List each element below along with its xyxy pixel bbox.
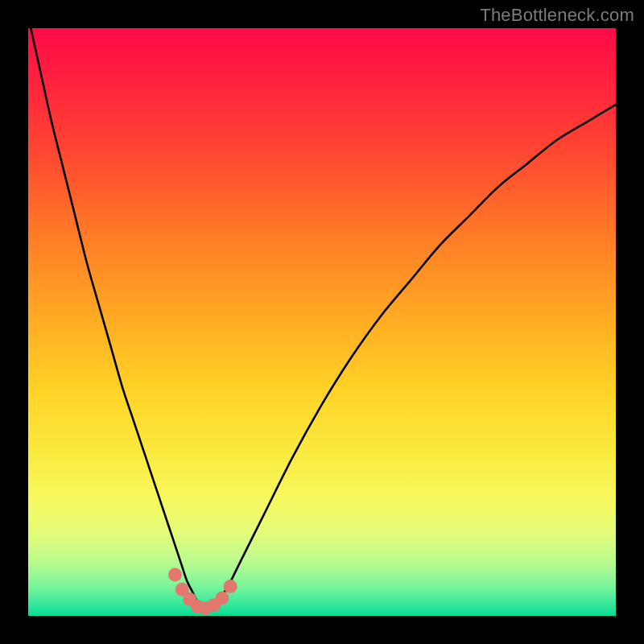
plot-area (28, 28, 616, 616)
highlight-markers (168, 568, 237, 615)
chart-frame: TheBottleneck.com (0, 0, 644, 644)
watermark-text: TheBottleneck.com (480, 5, 634, 26)
bottleneck-curve (28, 16, 616, 610)
highlight-point (168, 568, 182, 581)
highlight-point (224, 580, 237, 593)
curve-layer (28, 28, 616, 616)
highlight-point (215, 592, 229, 605)
